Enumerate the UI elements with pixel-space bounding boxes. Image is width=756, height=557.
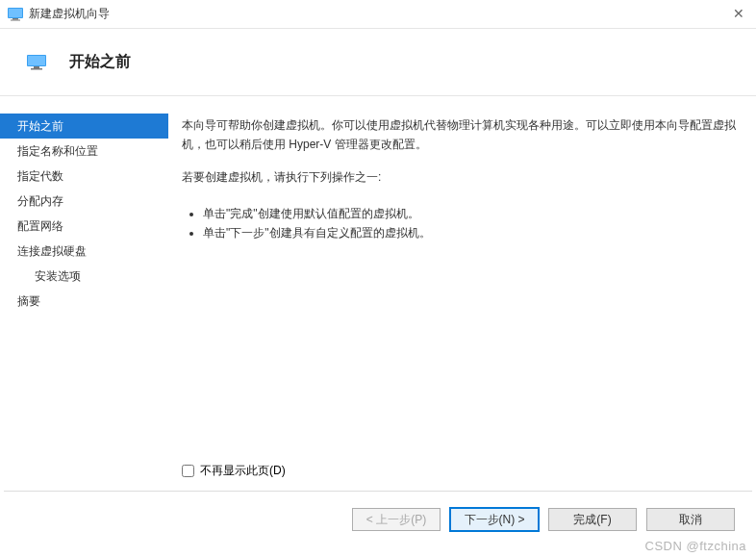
sidebar-step-5[interactable]: 连接虚拟硬盘 (0, 239, 168, 264)
button-row: < 上一步(P) 下一步(N) > 完成(F) 取消 (0, 492, 756, 547)
sidebar-step-2[interactable]: 指定代数 (0, 164, 168, 189)
skip-checkbox-row: 不再显示此页(D) (182, 463, 286, 479)
titlebar: 新建虚拟机向导 ✕ (0, 0, 756, 29)
app-icon (8, 7, 23, 22)
options-list: 单击"完成"创建使用默认值配置的虚拟机。单击"下一步"创建具有自定义配置的虚拟机… (182, 204, 743, 242)
wizard-header: 开始之前 (0, 29, 756, 96)
svg-rect-3 (11, 19, 20, 20)
svg-rect-6 (34, 66, 39, 68)
content-area: 开始之前指定名称和位置指定代数分配内存配置网络连接虚拟硬盘安装选项摘要 本向导可… (0, 96, 756, 491)
page-heading: 开始之前 (69, 52, 131, 72)
sidebar-step-6[interactable]: 安装选项 (0, 264, 168, 289)
svg-rect-5 (28, 56, 45, 65)
skip-checkbox-label[interactable]: 不再显示此页(D) (200, 463, 286, 479)
sidebar-step-7[interactable]: 摘要 (0, 289, 168, 314)
svg-rect-7 (31, 68, 42, 70)
sidebar-step-1[interactable]: 指定名称和位置 (0, 139, 168, 164)
sidebar-step-4[interactable]: 配置网络 (0, 214, 168, 239)
bullet-item-0: 单击"完成"创建使用默认值配置的虚拟机。 (203, 204, 743, 223)
svg-rect-1 (9, 9, 22, 17)
sidebar-step-0[interactable]: 开始之前 (0, 114, 168, 139)
wizard-steps-sidebar: 开始之前指定名称和位置指定代数分配内存配置网络连接虚拟硬盘安装选项摘要 (0, 96, 168, 491)
next-button[interactable]: 下一步(N) > (450, 508, 539, 531)
sidebar-step-3[interactable]: 分配内存 (0, 189, 168, 214)
finish-button[interactable]: 完成(F) (548, 508, 637, 531)
subhead-text: 若要创建虚拟机，请执行下列操作之一: (182, 167, 743, 187)
svg-rect-2 (13, 18, 18, 20)
cancel-button[interactable]: 取消 (646, 508, 735, 531)
close-icon[interactable]: ✕ (733, 6, 744, 21)
intro-text: 本向导可帮助你创建虚拟机。你可以使用虚拟机代替物理计算机实现各种用途。可以立即使… (182, 115, 743, 154)
main-panel: 本向导可帮助你创建虚拟机。你可以使用虚拟机代替物理计算机实现各种用途。可以立即使… (168, 96, 756, 491)
skip-checkbox[interactable] (182, 465, 194, 477)
monitor-icon (27, 55, 46, 70)
window-title: 新建虚拟机向导 (29, 6, 110, 22)
prev-button: < 上一步(P) (352, 508, 441, 531)
bullet-item-1: 单击"下一步"创建具有自定义配置的虚拟机。 (203, 223, 743, 242)
